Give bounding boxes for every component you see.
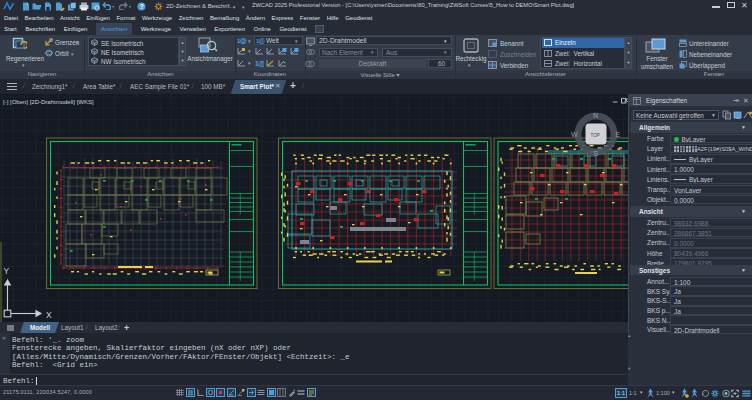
svg-text:N: N — [593, 112, 598, 119]
svg-text:1:1: 1:1 — [617, 390, 626, 396]
svg-text:X: X — [46, 310, 52, 320]
svg-text:?: ? — [140, 2, 144, 9]
svg-text:W: W — [571, 131, 578, 138]
svg-text:1Ⓞ: 1Ⓞ — [256, 37, 265, 44]
svg-text:1Ⓞ: 1Ⓞ — [237, 37, 246, 45]
svg-text:S: S — [594, 150, 599, 157]
svg-text:E: E — [616, 131, 621, 138]
svg-text:TOP: TOP — [591, 133, 600, 138]
svg-text:Y: Y — [4, 266, 10, 276]
svg-text:1Ⓞ: 1Ⓞ — [255, 60, 264, 68]
svg-text:[-] [Oben] [2D-Drahtmodell] [W: [-] [Oben] [2D-Drahtmodell] [WKS] — [3, 99, 94, 105]
